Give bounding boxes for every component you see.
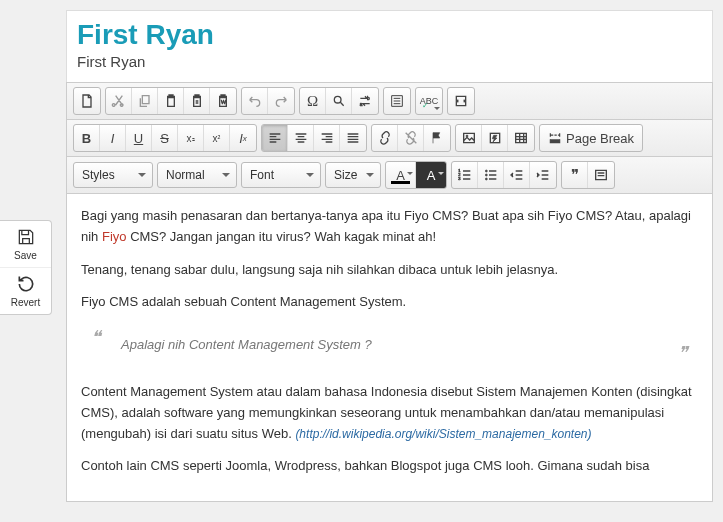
italic-button[interactable]: I bbox=[100, 125, 126, 151]
paragraph-5: Contoh lain CMS seperti Joomla, Wrodpres… bbox=[81, 456, 698, 477]
paste-button[interactable] bbox=[158, 88, 184, 114]
div-icon bbox=[593, 167, 609, 183]
paste-word-button[interactable]: W bbox=[210, 88, 236, 114]
toolbar-row-2: B I U S x₂ x² Ix bbox=[67, 120, 712, 157]
div-button[interactable] bbox=[588, 162, 614, 188]
paste-text-button[interactable] bbox=[184, 88, 210, 114]
editor-content[interactable]: Bagi yang masih penasaran dan bertanya-t… bbox=[67, 194, 712, 501]
align-center-button[interactable] bbox=[288, 125, 314, 151]
size-select[interactable]: Size bbox=[325, 162, 381, 188]
pagebreak-icon bbox=[548, 130, 562, 146]
superscript-button[interactable]: x² bbox=[204, 125, 230, 151]
toolbar-row-3: Styles Normal Font Size A A 123 ❞ bbox=[67, 157, 712, 194]
styles-select[interactable]: Styles bbox=[73, 162, 153, 188]
paragraph-4: Content Management System atau dalam bah… bbox=[81, 382, 698, 444]
ul-icon bbox=[483, 167, 499, 183]
revert-label: Revert bbox=[11, 297, 40, 308]
spellcheck-button[interactable]: ABC✓ bbox=[416, 88, 442, 114]
textcolor-button[interactable]: A bbox=[386, 162, 416, 188]
flag-icon bbox=[429, 130, 445, 146]
link-icon bbox=[377, 130, 393, 146]
anchor-button[interactable] bbox=[424, 125, 450, 151]
page-title: First Ryan bbox=[77, 19, 702, 51]
page-icon bbox=[79, 93, 95, 109]
main-area: First Ryan First Ryan W Ω ab bbox=[56, 0, 723, 502]
flash-icon bbox=[487, 130, 503, 146]
table-icon bbox=[513, 130, 529, 146]
svg-point-1 bbox=[334, 96, 341, 103]
cut-icon bbox=[111, 93, 127, 109]
selectall-icon bbox=[389, 93, 405, 109]
bgcolor-button[interactable]: A bbox=[416, 162, 446, 188]
revert-icon bbox=[16, 274, 36, 294]
cut-button[interactable] bbox=[106, 88, 132, 114]
red-text: Fiyo bbox=[102, 229, 127, 244]
selectall-button[interactable] bbox=[384, 88, 410, 114]
save-button[interactable]: Save bbox=[0, 221, 51, 268]
svg-point-9 bbox=[485, 170, 487, 172]
svg-point-4 bbox=[466, 135, 468, 137]
svg-point-11 bbox=[485, 178, 487, 180]
outdent-button[interactable] bbox=[504, 162, 530, 188]
revert-button[interactable]: Revert bbox=[0, 268, 51, 314]
link-button[interactable] bbox=[372, 125, 398, 151]
flash-button[interactable] bbox=[482, 125, 508, 151]
copy-icon bbox=[137, 93, 153, 109]
blockquote-button[interactable]: ❞ bbox=[562, 162, 588, 188]
align-left-button[interactable] bbox=[262, 125, 288, 151]
svg-text:3: 3 bbox=[458, 176, 461, 181]
quote-close-icon: ❞ bbox=[678, 339, 688, 368]
replace-icon: ab bbox=[357, 93, 373, 109]
quote-open-icon: ❝ bbox=[91, 323, 101, 352]
replace-button[interactable]: ab bbox=[352, 88, 378, 114]
align-right-icon bbox=[319, 130, 335, 146]
format-select[interactable]: Normal bbox=[157, 162, 237, 188]
bold-button[interactable]: B bbox=[74, 125, 100, 151]
align-justify-button[interactable] bbox=[340, 125, 366, 151]
removeformat-button[interactable]: Ix bbox=[230, 125, 256, 151]
find-button[interactable] bbox=[326, 88, 352, 114]
paste-word-icon: W bbox=[215, 93, 231, 109]
page-subtitle: First Ryan bbox=[77, 53, 702, 70]
new-page-button[interactable] bbox=[74, 88, 100, 114]
undo-button[interactable] bbox=[242, 88, 268, 114]
paste-icon bbox=[163, 93, 179, 109]
align-left-icon bbox=[267, 130, 283, 146]
ol-icon: 123 bbox=[457, 167, 473, 183]
align-justify-icon bbox=[345, 130, 361, 146]
paragraph-2: Tenang, tenang sabar dulu, langsung saja… bbox=[81, 260, 698, 281]
copy-button[interactable] bbox=[132, 88, 158, 114]
editor: W Ω ab ABC✓ B I bbox=[66, 82, 713, 502]
align-center-icon bbox=[293, 130, 309, 146]
subscript-button[interactable]: x₂ bbox=[178, 125, 204, 151]
indent-button[interactable] bbox=[530, 162, 556, 188]
blockquote: ❝ Apalagi nih Content Management System … bbox=[91, 325, 688, 366]
wiki-link[interactable]: (http://id.wikipedia.org/wiki/Sistem_man… bbox=[295, 427, 591, 441]
side-toolbar: Save Revert bbox=[0, 220, 52, 315]
source-button[interactable] bbox=[448, 88, 474, 114]
strike-button[interactable]: S bbox=[152, 125, 178, 151]
indent-icon bbox=[535, 167, 551, 183]
numberlist-button[interactable]: 123 bbox=[452, 162, 478, 188]
search-icon bbox=[331, 93, 347, 109]
page-header: First Ryan First Ryan bbox=[66, 10, 713, 82]
font-select[interactable]: Font bbox=[241, 162, 321, 188]
image-button[interactable] bbox=[456, 125, 482, 151]
svg-point-10 bbox=[485, 174, 487, 176]
table-button[interactable] bbox=[508, 125, 534, 151]
specialchar-button[interactable]: Ω bbox=[300, 88, 326, 114]
undo-icon bbox=[247, 93, 263, 109]
paragraph-1: Bagi yang masih penasaran dan bertanya-t… bbox=[81, 206, 698, 248]
underline-button[interactable]: U bbox=[126, 125, 152, 151]
pagebreak-button[interactable]: Page Break bbox=[540, 125, 642, 151]
svg-text:b: b bbox=[367, 96, 370, 101]
bulletlist-button[interactable] bbox=[478, 162, 504, 188]
save-label: Save bbox=[14, 250, 37, 261]
redo-icon bbox=[273, 93, 289, 109]
redo-button[interactable] bbox=[268, 88, 294, 114]
align-right-button[interactable] bbox=[314, 125, 340, 151]
save-icon bbox=[16, 227, 36, 247]
svg-text:a: a bbox=[360, 102, 363, 107]
paste-text-icon bbox=[189, 93, 205, 109]
unlink-button[interactable] bbox=[398, 125, 424, 151]
